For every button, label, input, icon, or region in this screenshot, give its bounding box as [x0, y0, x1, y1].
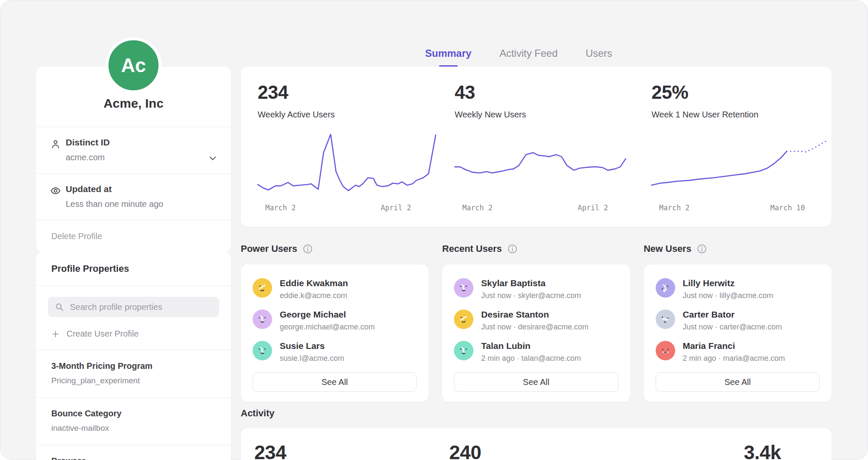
info-icon[interactable]	[507, 244, 517, 254]
new-users-header: New Users	[644, 243, 832, 254]
stat-value: 43	[455, 82, 635, 103]
user-avatar	[253, 278, 272, 298]
user-detail: Just now · carter@acme.com	[683, 323, 782, 332]
stat-label: Week 1 New User Retention	[651, 110, 832, 120]
updated-at-row: Updated at Less than one minute ago	[36, 173, 231, 220]
search-input[interactable]	[69, 302, 212, 312]
tab-activity-feed[interactable]: Activity Feed	[499, 47, 557, 67]
weekly-new-users-chart	[455, 129, 633, 197]
user-detail: george.michael@acme.com	[280, 323, 375, 332]
search-icon	[55, 302, 64, 312]
user-detail: eddie.k@acme.com	[280, 291, 348, 300]
power-users-card: Eddie Kwakman eddie.k@acme.com George Mi…	[241, 265, 428, 402]
profile-properties-title: Profile Properties	[36, 251, 231, 286]
see-all-button[interactable]: See All	[454, 372, 618, 392]
plus-icon	[51, 330, 60, 338]
user-avatar	[253, 341, 272, 360]
user-detail: Just now · lilly@acme.com	[683, 291, 773, 300]
distinct-id-row: Distinct ID acme.com	[36, 127, 231, 173]
user-sections: Power Users Eddie Kwakman eddie.k@acme.c…	[241, 243, 832, 402]
user-name: Susie Lars	[280, 341, 344, 351]
distinct-id-value: acme.com	[66, 153, 201, 162]
summary-card: 234 Weekly Active Users March 2 April 2 …	[241, 67, 832, 227]
stat-weekly-active-users: 234 Weekly Active Users March 2 April 2	[241, 67, 438, 227]
x-tick-start: March 2	[659, 204, 690, 212]
x-tick-start: March 2	[462, 204, 493, 212]
chevron-down-icon[interactable]	[208, 153, 217, 163]
user-name: Desirae Stanton	[481, 309, 588, 320]
stat-value: 25%	[651, 82, 832, 103]
property-value: inactive-mailbox	[51, 424, 216, 433]
section-title: Recent Users	[442, 243, 502, 254]
stat-week1-retention: 25% Week 1 New User Retention March 2 Ma…	[634, 67, 832, 227]
app-window: Acme, Inc Distinct ID acme.com	[0, 0, 868, 460]
tab-users[interactable]: Users	[586, 47, 612, 67]
distinct-id-label: Distinct ID	[66, 137, 201, 148]
see-all-button[interactable]: See All	[656, 372, 820, 392]
user-name: Talan Lubin	[481, 341, 581, 351]
tab-summary[interactable]: Summary	[425, 47, 471, 67]
user-row[interactable]: Carter Bator Just now · carter@acme.com	[656, 309, 820, 332]
user-name: Lilly Herwitz	[683, 278, 773, 288]
profile-card: Acme, Inc Distinct ID acme.com	[36, 67, 231, 252]
x-tick-end: March 10	[770, 204, 805, 212]
info-icon[interactable]	[303, 244, 313, 254]
user-avatar	[454, 341, 473, 360]
power-users-section: Power Users Eddie Kwakman eddie.k@acme.c…	[241, 243, 428, 402]
user-row[interactable]: Eddie Kwakman eddie.k@acme.com	[253, 278, 417, 300]
user-detail: susie.l@acme.com	[280, 354, 344, 363]
x-tick-start: March 2	[265, 204, 296, 212]
x-tick-end: April 2	[381, 204, 411, 212]
activity-title: Activity	[241, 408, 274, 419]
user-row[interactable]: Susie Lars susie.l@acme.com	[253, 341, 417, 363]
chart-x-axis: March 2 April 2	[258, 197, 436, 212]
user-row[interactable]: Talan Lubin 2 min ago · talan@acme.com	[454, 341, 618, 363]
user-row[interactable]: Desirae Stanton Just now · desirare@acme…	[454, 309, 618, 332]
user-name: Eddie Kwakman	[280, 278, 348, 288]
eye-icon	[50, 185, 61, 196]
user-avatar	[656, 278, 675, 298]
property-name: Browser	[51, 456, 216, 460]
user-detail: 2 min ago · talan@acme.com	[481, 354, 581, 363]
user-row[interactable]: Maria Franci 2 min ago · maria@acme.com	[656, 341, 820, 363]
user-detail: 2 min ago · maria@acme.com	[683, 354, 785, 363]
property-item: Browser Chrome	[36, 445, 231, 460]
user-avatar	[454, 278, 473, 298]
new-users-section: New Users Lilly Herwitz Just now · lilly…	[644, 243, 832, 402]
user-row[interactable]: George Michael george.michael@acme.com	[253, 309, 417, 332]
tab-bar: Summary Activity Feed Users	[425, 47, 612, 67]
property-name: Bounce Category	[51, 409, 216, 418]
info-icon[interactable]	[697, 244, 707, 254]
see-all-button[interactable]: See All	[253, 372, 417, 392]
stat-value: 234	[258, 82, 438, 103]
recent-users-card: Skylar Baptista Just now · skyler@acme.c…	[442, 265, 630, 402]
recent-users-header: Recent Users	[442, 243, 630, 254]
user-detail: Just now · desirare@acme.com	[481, 323, 588, 332]
section-title: Power Users	[241, 243, 297, 254]
power-users-header: Power Users	[241, 243, 428, 254]
user-detail: Just now · skyler@acme.com	[481, 291, 581, 300]
person-icon	[50, 139, 61, 150]
new-users-card: Lilly Herwitz Just now · lilly@acme.com …	[644, 265, 832, 402]
updated-at-label: Updated at	[66, 184, 201, 194]
property-value: Pricing_plan_experiment	[51, 376, 216, 385]
stat-label: Weekly New Users	[455, 110, 635, 120]
stat-weekly-new-users: 43 Weekly New Users March 2 April 2	[438, 67, 635, 227]
search-profile-properties[interactable]	[48, 297, 219, 317]
delete-profile-button[interactable]: Delete Profile	[36, 220, 231, 252]
stat-label: Weekly Active Users	[258, 110, 438, 120]
x-tick-end: April 2	[578, 204, 608, 212]
user-name: Maria Franci	[683, 341, 785, 351]
chart-x-axis: March 2 March 10	[651, 197, 829, 212]
property-item: Bounce Category inactive-mailbox	[36, 397, 231, 445]
chart-x-axis: March 2 April 2	[455, 197, 633, 212]
user-avatar	[656, 341, 675, 360]
create-user-profile-button[interactable]: Create User Profile	[36, 321, 231, 350]
user-avatar	[253, 309, 272, 329]
week1-retention-chart	[651, 129, 829, 197]
user-row[interactable]: Lilly Herwitz Just now · lilly@acme.com	[656, 278, 820, 300]
user-row[interactable]: Skylar Baptista Just now · skyler@acme.c…	[454, 278, 618, 300]
user-avatar	[656, 309, 675, 329]
activity-stat: 234	[254, 441, 286, 460]
company-avatar: Ac	[106, 37, 161, 93]
